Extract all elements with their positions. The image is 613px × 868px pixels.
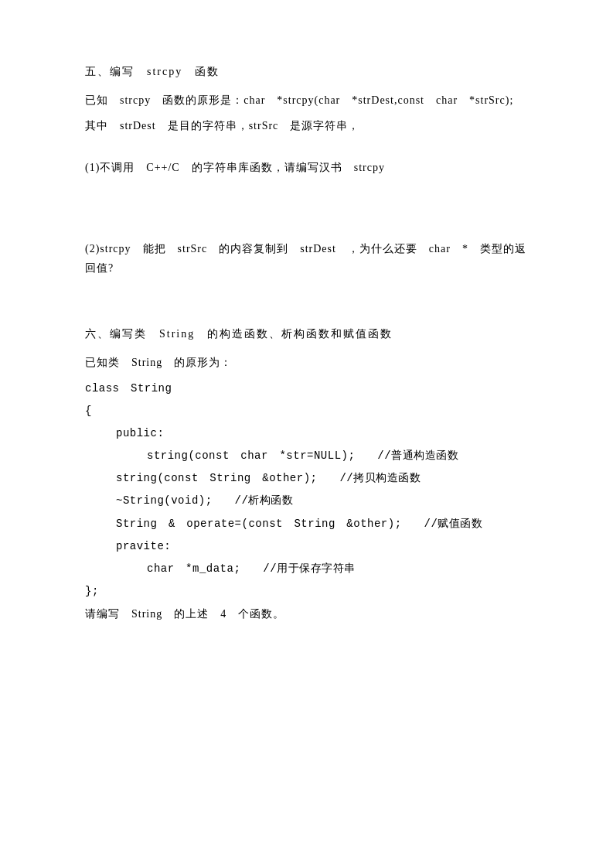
section-5-title: 五、编写 strcpy 函数 <box>85 62 536 81</box>
spacer-2 <box>85 183 536 211</box>
code-destructor: ~String(void); //析构函数 <box>85 491 536 511</box>
spacer-1 <box>85 142 536 158</box>
section-5-line1: 已知 strcpy 函数的原形是：char *strcpy(char *strD… <box>85 91 536 110</box>
section-6: 六、编写类 String 的构造函数、析构函数和赋值函数 已知类 String … <box>85 324 536 624</box>
spacer-3 <box>85 211 536 239</box>
section-6-footer: 请编写 String 的上述 4 个函数。 <box>85 604 536 624</box>
code-close-brace: }; <box>85 582 536 601</box>
code-m-data: char *m_data; //用于保存字符串 <box>85 559 536 579</box>
code-class-string: class String <box>85 379 536 398</box>
code-open-brace: { <box>85 402 536 421</box>
code-private: pravite: <box>85 537 536 556</box>
section-5: 五、编写 strcpy 函数 已知 strcpy 函数的原形是：char *st… <box>85 62 536 278</box>
code-public: public: <box>85 424 536 443</box>
section-6-title: 六、编写类 String 的构造函数、析构函数和赋值函数 <box>85 324 536 343</box>
section-5-sub2-title: (2)strcpy 能把 strSrc 的内容复制到 strDest ，为什么还… <box>85 239 536 278</box>
spacer-4 <box>85 296 536 324</box>
code-constructor: string(const char *str=NULL); //普通构造函数 <box>85 446 536 466</box>
code-assign-operator: String & operate=(const String &other); … <box>85 514 536 534</box>
code-copy-constructor: string(const String &other); //拷贝构造函数 <box>85 469 536 488</box>
section-6-intro: 已知类 String 的原形为： <box>85 353 536 372</box>
section-5-sub1-title: (1)不调用 C++/C 的字符串库函数，请编写汉书 strcpy <box>85 158 536 177</box>
section-5-line2: 其中 strDest 是目的字符串，strSrc 是源字符串， <box>85 116 536 135</box>
